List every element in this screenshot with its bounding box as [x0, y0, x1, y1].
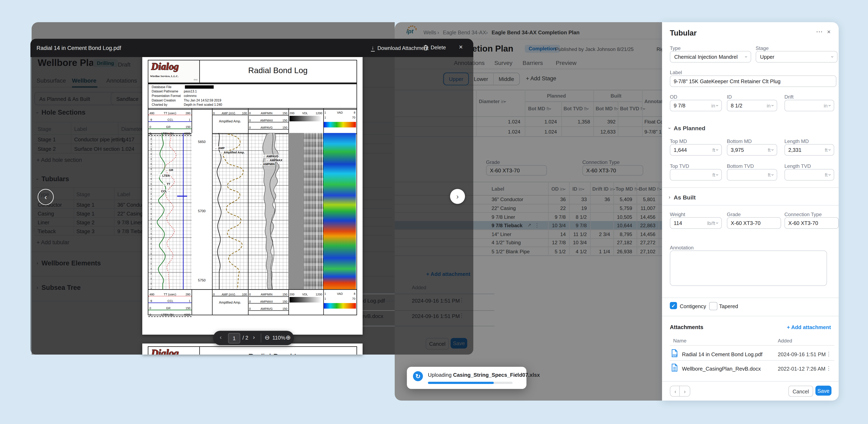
amp-track-grid: ←AMP ←Amplified Amp.: [212, 133, 249, 289]
log-header: 480TT (usec)280 -9CCL1 0GR150 0LTEN (lb)…: [148, 108, 357, 134]
upload-toast: ↻ Uploading Casing_String_Specs_Field07.…: [407, 367, 526, 389]
tubular-panel-title: Tubular: [670, 29, 696, 37]
breadcrumb-separator: ›: [486, 29, 488, 35]
tab-barriers[interactable]: Barriers: [523, 59, 543, 66]
segment-middle[interactable]: Middle: [494, 73, 519, 85]
track1-curves: [148, 133, 191, 289]
prev-attachment-button[interactable]: ‹: [37, 189, 54, 205]
label-input[interactable]: [674, 78, 833, 84]
log-footer: 480TT (usec)280 -9CCL1 0GR150 0LTEN (lb)…: [148, 289, 357, 315]
vad-scale: 1VAD8 170: [323, 109, 356, 134]
cancel-button[interactable]: Cancel: [788, 386, 813, 397]
page-number-input[interactable]: 1: [228, 333, 240, 343]
kebab-menu-icon[interactable]: ⋮: [826, 365, 832, 371]
close-icon[interactable]: ×: [827, 28, 831, 35]
od-field[interactable]: in›: [670, 100, 722, 111]
drift-field[interactable]: in›: [784, 100, 834, 111]
upload-toast-text: Uploading Casing_String_Specs_Field07.xl…: [428, 372, 540, 378]
delete-button[interactable]: Delete: [424, 45, 446, 51]
screen: Wellbore Plan A Drilling Draft Subsurfac…: [0, 0, 868, 424]
type-select[interactable]: Chemical Injection Mandrel›: [670, 51, 751, 63]
doc-title: Radial Bond Log: [199, 66, 356, 75]
sync-icon: ↻: [413, 371, 423, 381]
save-button[interactable]: Save: [815, 386, 832, 396]
chevron-down-icon: ›: [743, 56, 748, 58]
grade-label: Grade: [486, 160, 500, 165]
chevron-down-icon: ›: [715, 105, 720, 106]
prev-page-icon[interactable]: ‹: [220, 334, 222, 340]
zoom-out-icon[interactable]: ⊖: [265, 334, 270, 341]
doc-header-box: Dialog Wireline Services, L.L.C. DV2 Rad…: [148, 60, 357, 84]
depth-column: 5650 5700 5750: [191, 133, 212, 289]
id-input[interactable]: [731, 103, 765, 109]
annotation-textarea[interactable]: [670, 250, 827, 286]
track1-grid: ←GR ←LTEN ←TT CCL→: [148, 133, 192, 289]
log-body: ←GR ←LTEN ←TT CCL→ 5650 5700 5750 ←AMP ←…: [148, 133, 357, 290]
vdl-scale: 200VDL1200: [288, 109, 324, 134]
zoom-level: 110%: [272, 335, 285, 341]
dialog-logo: Dialog Wireline Services, L.L.C. DV2: [148, 60, 200, 83]
download-icon: ↓: [371, 45, 375, 52]
attachment-name[interactable]: Wellbore_CasingPlan_RevB.docx: [682, 366, 761, 372]
grade-field[interactable]: [486, 165, 547, 176]
chevron-right-icon: ›: [669, 195, 670, 200]
connection-type-field[interactable]: [784, 217, 839, 229]
tapered-checkbox[interactable]: [709, 302, 717, 310]
close-icon[interactable]: ×: [516, 371, 519, 377]
as-planned-header[interactable]: ›As Planned: [669, 125, 706, 131]
close-icon[interactable]: ×: [459, 43, 463, 51]
connection-type-field[interactable]: [582, 165, 643, 176]
pdf-pager-toolbar: ‹ 1 / 2 › ⊖ 110% ⊕: [213, 331, 294, 345]
od-input[interactable]: [674, 103, 710, 109]
completion-badge: Completion: [525, 45, 560, 53]
attachments-title: Attachments: [670, 324, 703, 330]
grade-field[interactable]: [727, 217, 781, 229]
top-md-field[interactable]: ft›: [670, 144, 722, 156]
tubular-panel: Tubular ⋯ × Type Chemical Injection Mand…: [662, 22, 839, 401]
chevron-down-icon: ›: [827, 105, 832, 106]
top-tvd-field[interactable]: ft›: [670, 169, 722, 181]
next-record-button[interactable]: ›: [679, 386, 690, 397]
attachment-name[interactable]: Radial 14 in Cement Bond Log.pdf: [682, 351, 763, 358]
breadcrumb-well[interactable]: Eagle Bend 34-AX: [443, 29, 486, 35]
doc-info-box: Database File Dataset Pathnamepass13.1 P…: [148, 84, 357, 110]
bottom-tvd-field[interactable]: ft›: [727, 169, 777, 181]
id-field[interactable]: in›: [727, 100, 777, 111]
weight-field[interactable]: lb/ft›: [670, 217, 722, 229]
connection-type-input[interactable]: [586, 167, 639, 174]
as-built-header[interactable]: ›As Built: [669, 194, 695, 200]
depth-column-header: [191, 109, 212, 134]
pager-divider: [261, 334, 261, 342]
add-stage-button[interactable]: + Add Stage: [526, 76, 556, 82]
expand-icon[interactable]: ↗: [527, 223, 531, 228]
label-field[interactable]: [670, 76, 836, 87]
tab-preview[interactable]: Preview: [556, 59, 577, 66]
add-attachment-button[interactable]: + Add attachment: [787, 324, 831, 330]
ampx-scales: 0AMPMIN150 0AMPMAX150 0AMPAVG150: [248, 109, 289, 134]
zoom-in-icon[interactable]: ⊕: [286, 334, 291, 341]
drift-input[interactable]: [788, 103, 822, 109]
download-attachment-button[interactable]: ↓ Download Attachment: [371, 45, 429, 52]
length-tvd-field[interactable]: ft›: [784, 169, 834, 181]
more-menu-icon[interactable]: ⋯: [816, 28, 823, 35]
bottom-md-field[interactable]: ft›: [727, 144, 777, 156]
amp-scales: 0AMP (mV)100 Amplified Amp.: [212, 109, 249, 134]
ipt-logo: ipt: [406, 26, 418, 35]
breadcrumb-current: Eagle Bend 34-AX Completion Plan: [492, 29, 580, 35]
pdf-modal-header: Radial 14 in Cement Bond Log.pdf ↓ Downl…: [30, 39, 473, 57]
grade-input[interactable]: [490, 167, 543, 174]
stage-select[interactable]: Upper›: [756, 51, 838, 63]
contingency-checkbox[interactable]: ✓: [670, 302, 677, 309]
next-attachment-button[interactable]: ›: [450, 189, 465, 204]
pdf-filename: Radial 14 in Cement Bond Log.pdf: [36, 45, 121, 51]
chevron-down-icon: ›: [830, 56, 835, 58]
breadcrumb-wells[interactable]: Wells: [424, 29, 436, 35]
next-page-icon[interactable]: ›: [253, 334, 255, 340]
vad-track: [323, 133, 356, 289]
tab-survey[interactable]: Survey: [494, 59, 512, 66]
amp-curves: [212, 133, 248, 289]
connection-type-label: Connection Type: [582, 160, 620, 165]
kebab-menu-icon[interactable]: ⋮: [826, 351, 832, 357]
length-md-field[interactable]: ft›: [784, 144, 834, 156]
published-meta: Published by Jack Johnson 8/21/25: [555, 47, 633, 52]
